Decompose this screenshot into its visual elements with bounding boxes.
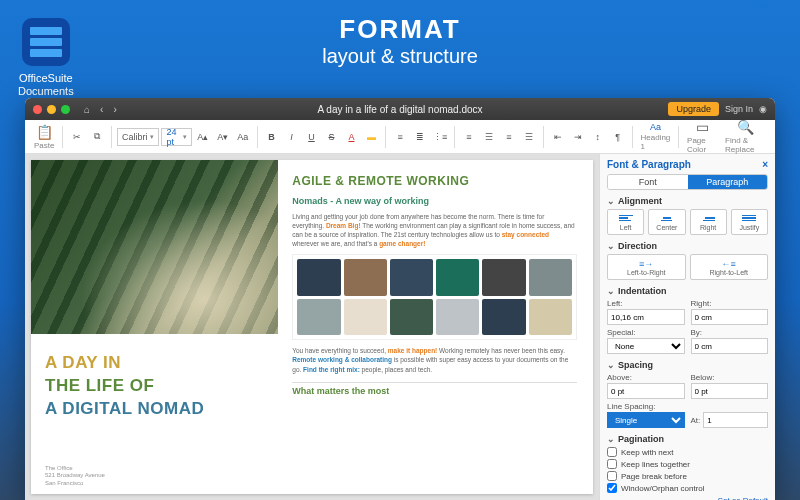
align-left-icon[interactable]: ≡ [460,126,478,148]
bullets-icon[interactable]: ≡ [391,126,409,148]
indent-right-input[interactable] [691,309,769,325]
highlight-icon[interactable]: ▬ [362,126,380,148]
app-window: ⌂ ‹ › A day in a life of a digital nomad… [25,98,775,500]
font-color-icon[interactable]: A [342,126,360,148]
ltr-button[interactable]: ≡→Left-to-Right [607,254,686,280]
font-size-select[interactable]: 24 pt▾ [161,128,191,146]
align-left-button[interactable]: Left [607,209,644,235]
title-line-1: A DAY IN [45,352,264,375]
increase-font-icon[interactable]: A▴ [194,126,212,148]
panel-title: Font & Paragraph [607,159,691,170]
clear-format-icon[interactable]: Aa [234,126,252,148]
app-icon [22,18,70,66]
copy-icon[interactable]: ⧉ [88,126,106,148]
doc-heading-1: AGILE & REMOTE WORKING [292,174,577,188]
section-spacing[interactable]: Spacing [607,360,768,370]
home-icon[interactable]: ⌂ [84,104,90,115]
indent-inc-icon[interactable]: ⇥ [569,126,587,148]
page-break-checkbox[interactable] [607,471,617,481]
back-icon[interactable]: ‹ [100,104,103,115]
align-center-button[interactable]: Center [648,209,685,235]
widow-orphan-checkbox[interactable] [607,483,617,493]
doc-paragraph-2: You have everything to succeed, make it … [292,346,577,373]
decrease-font-icon[interactable]: A▾ [214,126,232,148]
section-pagination[interactable]: Pagination [607,434,768,444]
justify-icon[interactable]: ☰ [520,126,538,148]
special-by-input[interactable] [691,338,769,354]
section-direction[interactable]: Direction [607,241,768,251]
italic-icon[interactable]: I [282,126,300,148]
title-line-3: A DIGITAL NOMAD [45,398,264,421]
page: A DAY IN THE LIFE OF A DIGITAL NOMAD The… [31,160,593,494]
align-right-button[interactable]: Right [690,209,727,235]
styles-select[interactable]: AaHeading 1 [637,122,673,151]
paragraph-icon[interactable]: ¶ [609,126,627,148]
page-color-button[interactable]: ▭Page Color [684,119,720,154]
window-controls[interactable] [33,105,70,114]
upgrade-button[interactable]: Upgrade [668,102,719,116]
bold-icon[interactable]: B [262,126,280,148]
font-paragraph-panel: Font & Paragraph× Font Paragraph Alignme… [599,154,775,500]
hero-image [31,160,278,334]
strike-icon[interactable]: S [322,126,340,148]
tab-paragraph[interactable]: Paragraph [688,175,768,189]
indent-dec-icon[interactable]: ⇤ [549,126,567,148]
section-indentation[interactable]: Indentation [607,286,768,296]
doc-paragraph-1: Living and getting your job done from an… [292,212,577,248]
indent-left-input[interactable] [607,309,685,325]
rtl-button[interactable]: ←≡Right-to-Left [690,254,769,280]
cut-icon[interactable]: ✂ [68,126,86,148]
tab-font[interactable]: Font [608,175,688,189]
ribbon-toolbar: 📋Paste ✂ ⧉ Calibri▾ 24 pt▾ A▴ A▾ Aa B I … [25,120,775,154]
title-line-2: THE LIFE OF [45,375,264,398]
user-icon[interactable]: ◉ [759,104,767,114]
line-spacing-icon[interactable]: ↕ [589,126,607,148]
promo-title: FORMAT layout & structure [322,14,478,68]
line-spacing-select[interactable]: Single [607,412,685,428]
doc-heading-3: What matters the most [292,382,577,399]
desk-image [292,254,577,340]
signin-link[interactable]: Sign In [725,104,753,114]
spacing-below-input[interactable] [691,383,769,399]
document-viewport[interactable]: A DAY IN THE LIFE OF A DIGITAL NOMAD The… [25,154,599,500]
font-name-select[interactable]: Calibri▾ [117,128,160,146]
numbering-icon[interactable]: ≣ [411,126,429,148]
spacing-above-input[interactable] [607,383,685,399]
paste-button[interactable]: 📋Paste [31,124,57,150]
close-icon[interactable]: × [762,159,768,170]
document-title: A day in a life of a digital nomad.docx [317,104,482,115]
keep-with-next-checkbox[interactable] [607,447,617,457]
promo-brand: OfficeSuiteDocuments [18,18,74,98]
forward-icon[interactable]: › [113,104,116,115]
special-select[interactable]: None [607,338,685,354]
titlebar: ⌂ ‹ › A day in a life of a digital nomad… [25,98,775,120]
set-default-link[interactable]: Set as Default [607,496,768,500]
multilevel-icon[interactable]: ⋮≡ [431,126,449,148]
keep-lines-checkbox[interactable] [607,459,617,469]
align-right-icon[interactable]: ≡ [500,126,518,148]
underline-icon[interactable]: U [302,126,320,148]
align-center-icon[interactable]: ☰ [480,126,498,148]
line-spacing-at-input[interactable] [703,412,768,428]
section-alignment[interactable]: Alignment [607,196,768,206]
find-replace-button[interactable]: 🔍Find & Replace [722,119,769,154]
doc-heading-2: Nomads - A new way of working [292,196,577,206]
align-justify-button[interactable]: Justify [731,209,768,235]
address-block: The Office521 Broadway AvenueSan Francis… [45,465,264,488]
